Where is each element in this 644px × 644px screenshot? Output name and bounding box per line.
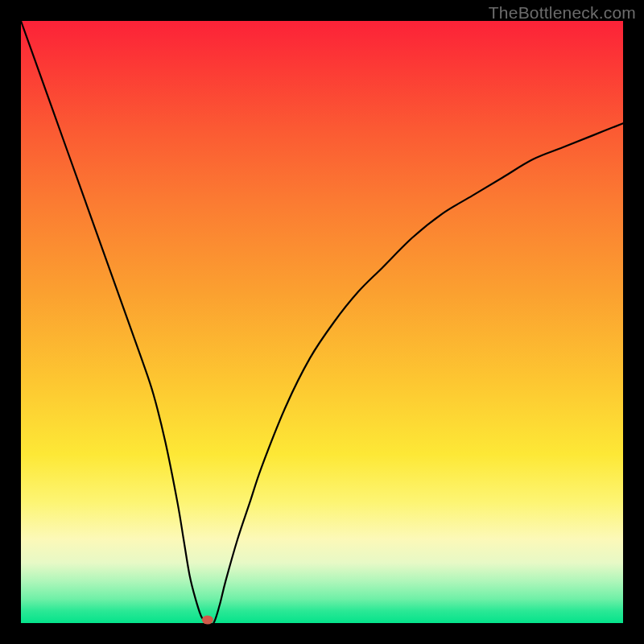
bottleneck-curve <box>21 21 623 623</box>
plot-area <box>21 21 623 623</box>
minimum-marker <box>202 616 213 625</box>
chart-frame: TheBottleneck.com <box>0 0 644 644</box>
watermark-text: TheBottleneck.com <box>489 3 636 23</box>
curve-path <box>21 21 623 625</box>
